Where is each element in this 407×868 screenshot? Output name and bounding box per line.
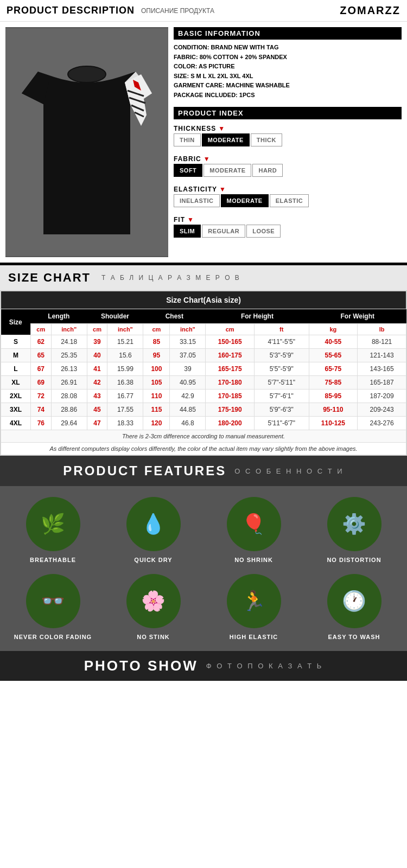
fabric-buttons[interactable]: SOFT MODERATE HARD bbox=[174, 164, 402, 177]
cell-weight-lb: 187-209 bbox=[358, 390, 406, 403]
cell-height-ft: 4'11"-5'5" bbox=[255, 335, 309, 349]
cell-chest-in: 42.9 bbox=[170, 390, 206, 403]
fabric-btn-moderate[interactable]: MODERATE bbox=[204, 164, 251, 177]
feature-item: 🌿 BREATHABLE bbox=[8, 497, 98, 563]
fabric-arrow: ▼ bbox=[204, 155, 211, 163]
header-left: PRODUCT DESCRIPTION ОПИСАНИЕ ПРОДУКТА bbox=[7, 5, 214, 16]
note-row-1: There is 2-3cm difference according to m… bbox=[1, 430, 406, 443]
cell-height-cm: 180-200 bbox=[206, 417, 255, 430]
fit-btn-slim[interactable]: SLIM bbox=[174, 225, 201, 238]
feature-label-3: NO DISTORTION bbox=[327, 557, 381, 563]
cell-size: M bbox=[1, 349, 31, 362]
cell-size: 2XL bbox=[1, 390, 31, 403]
feature-label-4: NEVER COLOR FADING bbox=[14, 634, 92, 640]
page-title: PRODUCT DESCRIPTION bbox=[7, 5, 135, 16]
col-shoulder: Shoulder bbox=[87, 309, 143, 324]
basic-info-title: BASIC INFORMATION bbox=[174, 27, 402, 40]
cell-size: XL bbox=[1, 376, 31, 390]
cell-size: 4XL bbox=[1, 417, 31, 430]
cell-height-cm: 160-175 bbox=[206, 349, 255, 362]
table-row: 3XL 74 28.86 45 17.55 115 44.85 175-190 … bbox=[1, 403, 406, 417]
fit-btn-loose[interactable]: LOOSE bbox=[246, 225, 281, 238]
page-subtitle: ОПИСАНИЕ ПРОДУКТА bbox=[141, 7, 214, 15]
info-line-4: SIZE: S M L XL 2XL 3XL 4XL bbox=[174, 72, 402, 81]
fit-buttons[interactable]: SLIM REGULAR LOOSE bbox=[174, 225, 402, 238]
elasticity-btn-elastic[interactable]: ELASTIC bbox=[270, 194, 309, 207]
feature-icon-1: 💧 bbox=[126, 497, 181, 551]
size-table-wrapper: Size Chart(Asia size) Size Length Should… bbox=[0, 290, 407, 456]
cell-chest-in: 33.15 bbox=[170, 335, 206, 349]
cell-weight-kg: 55-65 bbox=[309, 349, 358, 362]
feature-icon-5: 🌸 bbox=[126, 574, 181, 628]
cell-length-in: 28.86 bbox=[51, 403, 87, 417]
fabric-section: FABRIC ▼ SOFT MODERATE HARD bbox=[174, 155, 402, 180]
cell-size: S bbox=[1, 335, 31, 349]
col-chest: Chest bbox=[143, 309, 206, 324]
thickness-btn-thin[interactable]: THIN bbox=[174, 133, 201, 146]
table-row: M 65 25.35 40 15.6 95 37.05 160-175 5'3"… bbox=[1, 349, 406, 362]
cell-chest-cm: 115 bbox=[143, 403, 170, 417]
cell-weight-lb: 143-165 bbox=[358, 362, 406, 376]
thickness-btn-thick[interactable]: THICK bbox=[251, 133, 282, 146]
feature-item: 💧 QUICK DRY bbox=[109, 497, 198, 563]
feature-item: 🏃 HIGH ELASTIC bbox=[209, 574, 298, 640]
sub-height-cm: cm bbox=[206, 324, 255, 335]
thickness-section: THICKNESS ▼ THIN MODERATE THICK bbox=[174, 125, 402, 150]
feature-item: 🕐 EASY TO WASH bbox=[309, 574, 399, 640]
fit-btn-regular[interactable]: REGULAR bbox=[202, 225, 245, 238]
cell-chest-cm: 105 bbox=[143, 376, 170, 390]
cell-weight-kg: 110-125 bbox=[309, 417, 358, 430]
table-row: 2XL 72 28.08 43 16.77 110 42.9 170-185 5… bbox=[1, 390, 406, 403]
photo-show-title: PHOTO SHOW bbox=[84, 658, 198, 674]
cell-chest-in: 46.8 bbox=[170, 417, 206, 430]
svg-point-5 bbox=[68, 66, 106, 82]
elasticity-section: ELASTICITY ▼ INELASTIC MODERATE ELASTIC bbox=[174, 186, 402, 210]
table-row: S 62 24.18 39 15.21 85 33.15 150-165 4'1… bbox=[1, 335, 406, 349]
cell-weight-kg: 95-110 bbox=[309, 403, 358, 417]
thickness-buttons[interactable]: THIN MODERATE THICK bbox=[174, 133, 402, 146]
table-row: XL 69 26.91 42 16.38 105 40.95 170-180 5… bbox=[1, 376, 406, 390]
cell-height-cm: 165-175 bbox=[206, 362, 255, 376]
cell-shoulder-in: 16.38 bbox=[107, 376, 143, 390]
sub-height-ft: ft bbox=[255, 324, 309, 335]
fabric-btn-soft[interactable]: SOFT bbox=[174, 164, 202, 177]
feature-label-7: EASY TO WASH bbox=[328, 634, 380, 640]
elasticity-arrow: ▼ bbox=[219, 186, 226, 193]
cell-chest-in: 40.95 bbox=[170, 376, 206, 390]
col-height: For Height bbox=[206, 309, 309, 324]
cell-chest-cm: 95 bbox=[143, 349, 170, 362]
feature-item: ⚙️ NO DISTORTION bbox=[309, 497, 399, 563]
cell-length-in: 28.08 bbox=[51, 390, 87, 403]
cell-height-ft: 5'7"-5'11" bbox=[255, 376, 309, 390]
cell-length-cm: 62 bbox=[30, 335, 51, 349]
fabric-btn-hard[interactable]: HARD bbox=[252, 164, 283, 177]
fit-arrow: ▼ bbox=[187, 216, 194, 224]
elasticity-btn-inelastic[interactable]: INELASTIC bbox=[174, 194, 220, 207]
feature-item: 🎈 NO SHRINK bbox=[209, 497, 298, 563]
cell-chest-cm: 120 bbox=[143, 417, 170, 430]
elasticity-btn-moderate[interactable]: MODERATE bbox=[221, 194, 269, 207]
cell-shoulder-cm: 41 bbox=[87, 362, 107, 376]
feature-label-0: BREATHABLE bbox=[30, 557, 76, 563]
cell-height-cm: 175-190 bbox=[206, 403, 255, 417]
note-2: As different computers display colors di… bbox=[1, 443, 406, 455]
feature-icon-7: 🕐 bbox=[327, 574, 381, 628]
cell-shoulder-cm: 40 bbox=[87, 349, 107, 362]
product-image bbox=[5, 27, 168, 257]
elasticity-buttons[interactable]: INELASTIC MODERATE ELASTIC bbox=[174, 194, 402, 207]
table-title: Size Chart(Asia size) bbox=[1, 291, 406, 309]
cell-chest-cm: 110 bbox=[143, 390, 170, 403]
cell-length-in: 26.91 bbox=[51, 376, 87, 390]
cell-weight-lb: 165-187 bbox=[358, 376, 406, 390]
cell-height-cm: 170-185 bbox=[206, 390, 255, 403]
cell-shoulder-in: 17.55 bbox=[107, 403, 143, 417]
feature-icon-0: 🌿 bbox=[26, 497, 80, 551]
photo-show-subtitle: Ф О Т О П О К А З А Т Ь bbox=[206, 662, 323, 670]
feature-icon-2: 🎈 bbox=[227, 497, 281, 551]
cell-length-in: 24.18 bbox=[51, 335, 87, 349]
cell-shoulder-cm: 42 bbox=[87, 376, 107, 390]
cell-length-cm: 74 bbox=[30, 403, 51, 417]
col-length: Length bbox=[30, 309, 87, 324]
thickness-btn-moderate[interactable]: MODERATE bbox=[202, 133, 250, 146]
cell-chest-in: 37.05 bbox=[170, 349, 206, 362]
